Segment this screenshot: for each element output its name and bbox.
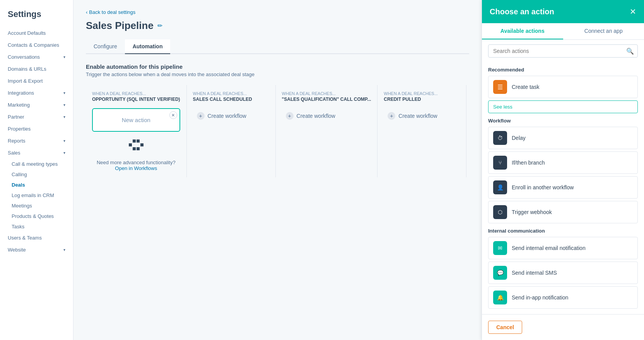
webhook-icon: ⬡	[493, 205, 507, 219]
chevron-down-icon: ▾	[63, 139, 65, 143]
sidebar-item-conversations[interactable]: Conversations ▾	[0, 51, 73, 63]
sidebar-item-call-meeting-types[interactable]: Call & meeting types	[0, 159, 73, 169]
sidebar-item-products-quotes[interactable]: Products & Quotes	[0, 211, 73, 221]
sidebar-item-marketing[interactable]: Marketing ▾	[0, 99, 73, 111]
chevron-down-icon: ▾	[63, 248, 65, 252]
sidebar-item-domains-urls[interactable]: Domains & URLs	[0, 63, 73, 75]
task-icon: ☰	[493, 80, 507, 94]
sidebar-item-meetings[interactable]: Meetings	[0, 201, 73, 211]
panel-header: Choose an action ✕	[482, 0, 644, 23]
sidebar-item-reports[interactable]: Reports ▾	[0, 135, 73, 147]
search-icon: 🔍	[626, 48, 634, 55]
col-header-4: When a deal reaches... CREDIT PULLED	[384, 91, 460, 102]
chevron-down-icon: ▾	[63, 151, 65, 155]
col-prefix-3: When a deal reaches...	[282, 91, 371, 96]
pipeline-col-4: When a deal reaches... CREDIT PULLED + C…	[378, 85, 466, 177]
sidebar-item-website[interactable]: Website ▾	[0, 244, 73, 256]
tab-bar: Configure Automation	[86, 39, 469, 54]
col-header-2: When a deal reaches... SALES CALL SCHEDU…	[193, 91, 269, 102]
action-item-trigger-webhook[interactable]: ⬡ Trigger webhook	[488, 201, 638, 223]
sidebar-item-users-teams[interactable]: Users & Teams	[0, 232, 73, 244]
action-item-send-internal-email[interactable]: ✉ Send internal email notification	[488, 237, 638, 259]
notification-icon: 🔔	[493, 291, 507, 304]
cancel-button[interactable]: Cancel	[488, 321, 522, 334]
page-title: Sales Pipeline	[86, 20, 154, 32]
action-item-send-inapp-notification[interactable]: 🔔 Send in-app notification	[488, 286, 638, 309]
tab-automation[interactable]: Automation	[125, 39, 171, 54]
plus-icon: +	[197, 112, 205, 120]
advanced-section: Need more advanced functionality? Open i…	[92, 160, 180, 171]
sidebar-item-import-export[interactable]: Import & Export	[0, 75, 73, 87]
pipeline-col-1: When a deal reaches... OPPORTUNITY (SQL …	[86, 85, 187, 177]
pipeline-col-2: When a deal reaches... SALES CALL SCHEDU…	[187, 85, 276, 177]
sidebar-item-partner[interactable]: Partner ▾	[0, 111, 73, 123]
edit-icon[interactable]: ✏	[157, 22, 162, 29]
action-label-enroll-workflow: Enroll in another workflow	[512, 184, 574, 190]
open-workflows-link[interactable]: Open in Workflows	[115, 165, 157, 171]
panel-title: Choose an action	[490, 7, 554, 16]
action-item-enroll-workflow[interactable]: 👤 Enroll in another workflow	[488, 176, 638, 199]
col-title-2: SALES CALL SCHEDULED	[193, 97, 269, 102]
col-title-4: CREDIT PULLED	[384, 97, 460, 102]
enroll-icon: 👤	[493, 180, 507, 194]
sidebar-item-account-defaults[interactable]: Account Defaults	[0, 27, 73, 39]
panel-footer: Cancel	[482, 314, 644, 340]
close-icon[interactable]: ✕	[169, 111, 177, 119]
section-label-workflow: Workflow	[488, 118, 638, 124]
sidebar-item-sales[interactable]: Sales ▾	[0, 147, 73, 159]
action-item-ifthen-branch[interactable]: ⑂ If/then branch	[488, 151, 638, 174]
sidebar-item-properties[interactable]: Properties	[0, 123, 73, 135]
action-label-trigger-webhook: Trigger webhook	[512, 209, 552, 215]
action-label-ifthen-branch: If/then branch	[512, 160, 545, 166]
back-arrow-icon: ‹	[86, 9, 87, 15]
col-header-3: When a deal reaches... "SALES QUALIFICAT…	[282, 91, 371, 102]
action-item-send-internal-sms[interactable]: 💬 Send internal SMS	[488, 262, 638, 284]
action-label-send-internal-sms: Send internal SMS	[512, 270, 557, 276]
col-prefix-2: When a deal reaches...	[193, 91, 269, 96]
section-label-internal-comm: Internal communication	[488, 228, 638, 234]
panel-tab-connect-app[interactable]: Connect an app	[563, 23, 644, 39]
back-link[interactable]: ‹ Back to deal settings	[86, 9, 469, 15]
chevron-down-icon: ▾	[63, 55, 65, 59]
panel-close-button[interactable]: ✕	[630, 7, 636, 16]
col-title-3: "SALES QUALIFICATION" CALL COMP...	[282, 97, 371, 102]
create-workflow-btn-2[interactable]: + Create workflow	[193, 108, 269, 124]
section-label-recommended: Recommended	[488, 67, 638, 73]
sms-icon: 💬	[493, 266, 507, 280]
sidebar: Settings Account Defaults Contacts & Com…	[0, 0, 73, 340]
panel-tabs: Available actions Connect an app	[482, 23, 644, 40]
sidebar-item-contacts-companies[interactable]: Contacts & Companies	[0, 39, 73, 51]
col-header-1: When a deal reaches... OPPORTUNITY (SQL …	[92, 91, 180, 102]
action-label-create-task: Create task	[512, 84, 540, 90]
chevron-down-icon: ▾	[63, 91, 65, 95]
sidebar-item-log-emails[interactable]: Log emails in CRM	[0, 190, 73, 201]
sidebar-item-calling[interactable]: Calling	[0, 169, 73, 180]
col-prefix-1: When a deal reaches...	[92, 91, 180, 96]
see-less-button[interactable]: See less	[488, 100, 638, 113]
action-item-create-task[interactable]: ☰ Create task	[488, 76, 638, 98]
search-input[interactable]	[488, 44, 638, 58]
col-title-1: OPPORTUNITY (SQL INTENT VERIFIED)	[92, 97, 180, 102]
new-action-card[interactable]: ✕ New action	[92, 108, 180, 132]
panel-body: Recommended ☰ Create task See less Workf…	[482, 62, 644, 314]
main-content-area: ‹ Back to deal settings Sales Pipeline ✏…	[73, 0, 482, 340]
choose-action-panel: Choose an action ✕ Available actions Con…	[482, 0, 644, 340]
sidebar-item-tasks[interactable]: Tasks	[0, 221, 73, 232]
action-label-delay: Delay	[512, 135, 526, 141]
automation-title: Enable automation for this pipeline	[86, 63, 469, 70]
sidebar-item-integrations[interactable]: Integrations ▾	[0, 87, 73, 99]
sidebar-item-deals[interactable]: Deals	[0, 180, 73, 190]
plus-icon: +	[286, 112, 294, 120]
connector	[92, 136, 180, 153]
branch-icon: ⑂	[493, 156, 507, 170]
email-icon: ✉	[493, 241, 507, 255]
tab-configure[interactable]: Configure	[86, 39, 125, 54]
create-workflow-btn-4[interactable]: + Create workflow	[384, 108, 460, 124]
action-item-delay[interactable]: ⏱ Delay	[488, 127, 638, 149]
app-title: Settings	[0, 0, 73, 27]
create-workflow-btn-3[interactable]: + Create workflow	[282, 108, 371, 124]
action-label-send-inapp-notification: Send in-app notification	[512, 294, 568, 301]
panel-tab-available-actions[interactable]: Available actions	[482, 23, 563, 39]
automation-header: Enable automation for this pipeline Trig…	[86, 63, 469, 77]
panel-search-area: 🔍	[482, 40, 644, 62]
